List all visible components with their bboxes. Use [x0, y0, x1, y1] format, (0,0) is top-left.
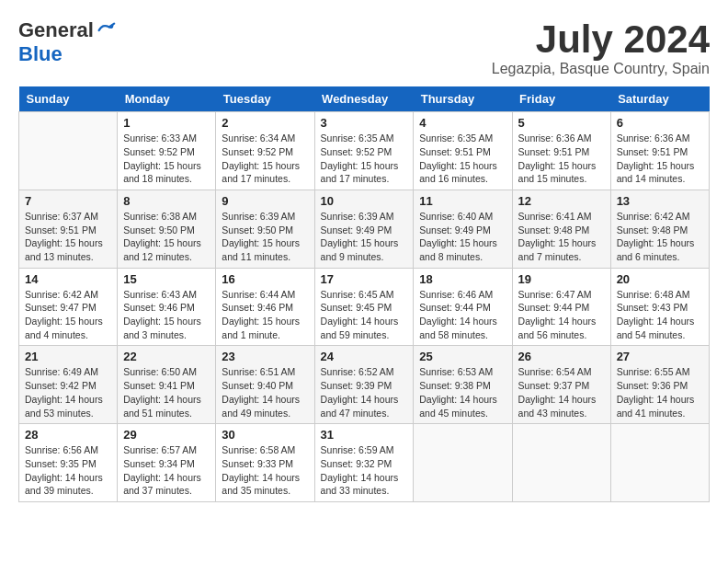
calendar-day-cell: 11Sunrise: 6:40 AM Sunset: 9:49 PM Dayli…: [414, 190, 512, 268]
day-info: Sunrise: 6:34 AM Sunset: 9:52 PM Dayligh…: [222, 132, 308, 186]
day-number: 4: [419, 116, 506, 130]
day-info: Sunrise: 6:35 AM Sunset: 9:52 PM Dayligh…: [321, 132, 408, 186]
calendar-day-cell: 9Sunrise: 6:39 AM Sunset: 9:50 PM Daylig…: [216, 190, 314, 268]
day-number: 22: [123, 350, 210, 363]
day-info: Sunrise: 6:52 AM Sunset: 9:39 PM Dayligh…: [321, 365, 408, 419]
day-number: 23: [222, 350, 308, 363]
day-number: 6: [617, 116, 703, 130]
calendar-day-cell: 26Sunrise: 6:54 AM Sunset: 9:37 PM Dayli…: [512, 346, 610, 424]
calendar-day-cell: 14Sunrise: 6:42 AM Sunset: 9:47 PM Dayli…: [19, 268, 118, 346]
logo: General Blue: [18, 18, 116, 66]
calendar-day-cell: 21Sunrise: 6:49 AM Sunset: 9:42 PM Dayli…: [19, 346, 118, 424]
calendar-week-row: 14Sunrise: 6:42 AM Sunset: 9:47 PM Dayli…: [19, 268, 710, 346]
day-number: 25: [419, 350, 506, 363]
weekday-header-friday: Friday: [512, 86, 610, 112]
month-title: July 2024: [492, 18, 710, 61]
day-number: 3: [321, 116, 408, 130]
day-info: Sunrise: 6:37 AM Sunset: 9:51 PM Dayligh…: [25, 210, 111, 264]
day-number: 24: [321, 350, 408, 363]
calendar-day-cell: 1Sunrise: 6:33 AM Sunset: 9:52 PM Daylig…: [118, 112, 216, 190]
day-number: 10: [321, 194, 408, 208]
day-number: 27: [617, 350, 703, 363]
calendar-day-cell: 13Sunrise: 6:42 AM Sunset: 9:48 PM Dayli…: [610, 190, 709, 268]
calendar-day-cell: 15Sunrise: 6:43 AM Sunset: 9:46 PM Dayli…: [118, 268, 216, 346]
day-number: 12: [518, 194, 605, 208]
calendar-day-cell: 19Sunrise: 6:47 AM Sunset: 9:44 PM Dayli…: [512, 268, 610, 346]
day-number: 19: [518, 272, 605, 286]
day-info: Sunrise: 6:53 AM Sunset: 9:38 PM Dayligh…: [419, 365, 506, 419]
day-number: 1: [123, 116, 210, 130]
day-number: 16: [222, 272, 308, 286]
day-info: Sunrise: 6:42 AM Sunset: 9:47 PM Dayligh…: [25, 288, 111, 342]
calendar-day-cell: 18Sunrise: 6:46 AM Sunset: 9:44 PM Dayli…: [414, 268, 512, 346]
day-number: 31: [321, 428, 408, 442]
calendar-day-cell: 4Sunrise: 6:35 AM Sunset: 9:51 PM Daylig…: [414, 112, 512, 190]
day-info: Sunrise: 6:41 AM Sunset: 9:48 PM Dayligh…: [518, 210, 605, 264]
calendar-day-cell: 17Sunrise: 6:45 AM Sunset: 9:45 PM Dayli…: [314, 268, 414, 346]
calendar-day-cell: 7Sunrise: 6:37 AM Sunset: 9:51 PM Daylig…: [19, 190, 118, 268]
weekday-header-sunday: Sunday: [19, 86, 118, 112]
day-info: Sunrise: 6:33 AM Sunset: 9:52 PM Dayligh…: [123, 132, 210, 186]
calendar-day-cell: 29Sunrise: 6:57 AM Sunset: 9:34 PM Dayli…: [118, 424, 216, 502]
empty-cell: [610, 424, 709, 502]
empty-cell: [19, 112, 118, 190]
calendar-day-cell: 22Sunrise: 6:50 AM Sunset: 9:41 PM Dayli…: [118, 346, 216, 424]
calendar-week-row: 1Sunrise: 6:33 AM Sunset: 9:52 PM Daylig…: [19, 112, 710, 190]
empty-cell: [512, 424, 610, 502]
day-number: 9: [222, 194, 308, 208]
calendar-day-cell: 16Sunrise: 6:44 AM Sunset: 9:46 PM Dayli…: [216, 268, 314, 346]
day-number: 11: [419, 194, 506, 208]
day-info: Sunrise: 6:56 AM Sunset: 9:35 PM Dayligh…: [25, 443, 111, 498]
calendar-day-cell: 2Sunrise: 6:34 AM Sunset: 9:52 PM Daylig…: [216, 112, 314, 190]
day-number: 17: [321, 272, 408, 286]
day-info: Sunrise: 6:49 AM Sunset: 9:42 PM Dayligh…: [25, 365, 111, 419]
day-number: 20: [617, 272, 703, 286]
calendar-week-row: 7Sunrise: 6:37 AM Sunset: 9:51 PM Daylig…: [19, 190, 710, 268]
day-info: Sunrise: 6:35 AM Sunset: 9:51 PM Dayligh…: [419, 132, 506, 186]
calendar-day-cell: 10Sunrise: 6:39 AM Sunset: 9:49 PM Dayli…: [314, 190, 414, 268]
day-info: Sunrise: 6:45 AM Sunset: 9:45 PM Dayligh…: [321, 288, 408, 342]
day-number: 26: [518, 350, 605, 363]
day-info: Sunrise: 6:57 AM Sunset: 9:34 PM Dayligh…: [123, 443, 210, 498]
calendar-day-cell: 24Sunrise: 6:52 AM Sunset: 9:39 PM Dayli…: [314, 346, 414, 424]
day-info: Sunrise: 6:48 AM Sunset: 9:43 PM Dayligh…: [617, 288, 703, 342]
day-info: Sunrise: 6:55 AM Sunset: 9:36 PM Dayligh…: [617, 365, 703, 419]
day-info: Sunrise: 6:59 AM Sunset: 9:32 PM Dayligh…: [321, 443, 408, 498]
day-info: Sunrise: 6:47 AM Sunset: 9:44 PM Dayligh…: [518, 288, 605, 342]
day-number: 28: [25, 428, 111, 442]
calendar-day-cell: 23Sunrise: 6:51 AM Sunset: 9:40 PM Dayli…: [216, 346, 314, 424]
calendar-day-cell: 12Sunrise: 6:41 AM Sunset: 9:48 PM Dayli…: [512, 190, 610, 268]
day-number: 15: [123, 272, 210, 286]
calendar-day-cell: 3Sunrise: 6:35 AM Sunset: 9:52 PM Daylig…: [314, 112, 414, 190]
day-number: 30: [222, 428, 308, 442]
day-info: Sunrise: 6:36 AM Sunset: 9:51 PM Dayligh…: [617, 132, 703, 186]
logo-icon: [96, 20, 116, 40]
day-info: Sunrise: 6:54 AM Sunset: 9:37 PM Dayligh…: [518, 365, 605, 419]
day-number: 13: [617, 194, 703, 208]
day-info: Sunrise: 6:50 AM Sunset: 9:41 PM Dayligh…: [123, 365, 210, 419]
day-number: 14: [25, 272, 111, 286]
calendar-day-cell: 25Sunrise: 6:53 AM Sunset: 9:38 PM Dayli…: [414, 346, 512, 424]
calendar-day-cell: 28Sunrise: 6:56 AM Sunset: 9:35 PM Dayli…: [19, 424, 118, 502]
logo-general-text: General: [18, 18, 94, 42]
title-section: July 2024 Legazpia, Basque Country, Spai…: [492, 18, 710, 77]
day-info: Sunrise: 6:38 AM Sunset: 9:50 PM Dayligh…: [123, 210, 210, 264]
day-number: 7: [25, 194, 111, 208]
day-info: Sunrise: 6:40 AM Sunset: 9:49 PM Dayligh…: [419, 210, 506, 264]
calendar-week-row: 28Sunrise: 6:56 AM Sunset: 9:35 PM Dayli…: [19, 424, 710, 502]
weekday-header-thursday: Thursday: [414, 86, 512, 112]
weekday-header-saturday: Saturday: [610, 86, 709, 112]
day-number: 8: [123, 194, 210, 208]
calendar-day-cell: 6Sunrise: 6:36 AM Sunset: 9:51 PM Daylig…: [610, 112, 709, 190]
calendar-table: SundayMondayTuesdayWednesdayThursdayFrid…: [18, 86, 710, 502]
day-info: Sunrise: 6:46 AM Sunset: 9:44 PM Dayligh…: [419, 288, 506, 342]
day-number: 21: [25, 350, 111, 363]
day-number: 5: [518, 116, 605, 130]
weekday-header-wednesday: Wednesday: [314, 86, 414, 112]
empty-cell: [414, 424, 512, 502]
location-title: Legazpia, Basque Country, Spain: [492, 61, 710, 77]
calendar-day-cell: 31Sunrise: 6:59 AM Sunset: 9:32 PM Dayli…: [314, 424, 414, 502]
weekday-header-monday: Monday: [118, 86, 216, 112]
day-info: Sunrise: 6:39 AM Sunset: 9:50 PM Dayligh…: [222, 210, 308, 264]
weekday-header-tuesday: Tuesday: [216, 86, 314, 112]
